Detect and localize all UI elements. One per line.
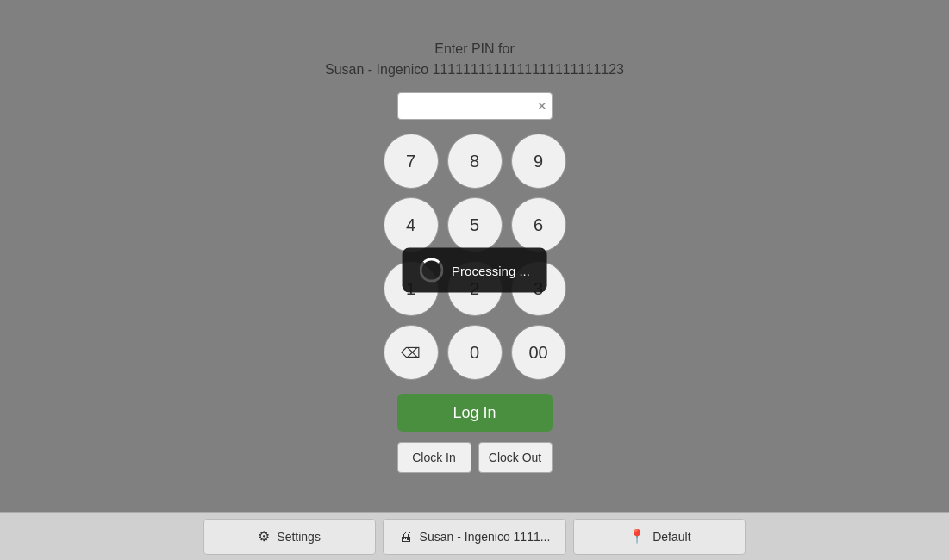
pin-input[interactable] [397, 92, 553, 120]
settings-icon: ⚙ [258, 528, 270, 544]
device-label: Susan - Ingenico 1111... [420, 530, 551, 544]
numpad-6[interactable]: 6 [511, 197, 566, 252]
processing-text: Processing ... [452, 263, 530, 277]
clock-in-button[interactable]: Clock In [397, 442, 471, 473]
device-button[interactable]: 🖨 Susan - Ingenico 1111... [383, 519, 567, 555]
numpad-7[interactable]: 7 [384, 134, 439, 189]
numpad: 7 8 9 4 5 6 1 2 3 ⌫ 0 00 Processing ... [384, 134, 566, 380]
numpad-backspace[interactable]: ⌫ [384, 325, 439, 380]
processing-spinner [419, 258, 443, 283]
settings-label: Settings [277, 530, 321, 544]
numpad-0[interactable]: 0 [447, 325, 503, 380]
processing-overlay: Processing ... [402, 248, 547, 293]
numpad-00[interactable]: 00 [511, 325, 566, 380]
clock-out-button[interactable]: Clock Out [478, 442, 553, 473]
numpad-8[interactable]: 8 [447, 134, 503, 189]
device-icon: 🖨 [399, 529, 413, 544]
bottom-bar: ⚙ Settings 🖨 Susan - Ingenico 1111... 📍 … [0, 512, 949, 560]
numpad-5[interactable]: 5 [447, 197, 503, 252]
numpad-9[interactable]: 9 [511, 134, 566, 189]
pin-input-wrapper: ✕ [397, 92, 553, 120]
enter-pin-title: Enter PIN for Susan - Ingenico 111111111… [325, 39, 624, 80]
main-area: Enter PIN for Susan - Ingenico 111111111… [0, 0, 949, 512]
pin-clear-button[interactable]: ✕ [537, 100, 547, 112]
location-button[interactable]: 📍 Default [573, 519, 746, 555]
location-label: Default [652, 530, 690, 544]
login-button[interactable]: Log In [397, 394, 553, 432]
clock-buttons-group: Clock In Clock Out [397, 442, 553, 473]
numpad-4[interactable]: 4 [384, 197, 439, 252]
location-icon: 📍 [628, 528, 646, 544]
settings-button[interactable]: ⚙ Settings [203, 519, 376, 555]
